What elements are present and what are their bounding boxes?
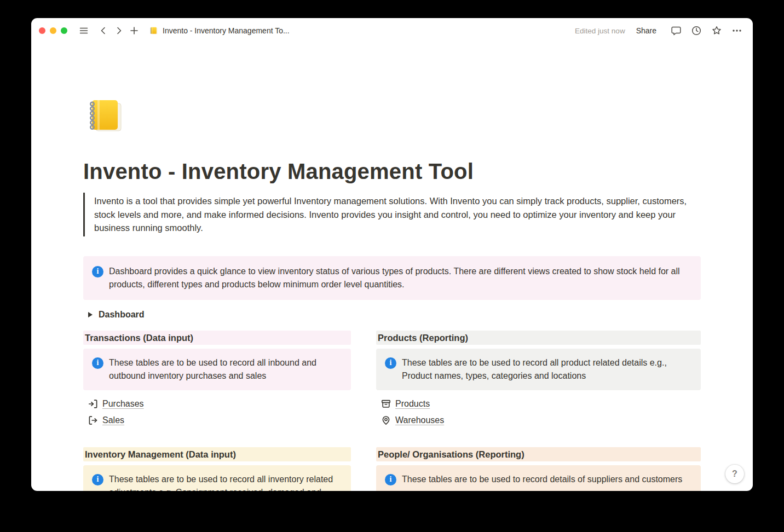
comments-icon[interactable] bbox=[669, 24, 683, 38]
heading-people-organisations: People/ Organisations (Reporting) bbox=[376, 447, 701, 461]
back-icon[interactable] bbox=[96, 24, 111, 38]
inventory-management-callout: i These tables are to be used to record … bbox=[83, 465, 351, 491]
people-organisations-callout: i These tables are to be used to record … bbox=[376, 465, 701, 491]
new-tab-icon[interactable] bbox=[127, 24, 141, 38]
page-link-sales[interactable]: Sales bbox=[83, 412, 351, 429]
info-icon: i bbox=[385, 357, 396, 369]
info-icon: i bbox=[92, 474, 103, 485]
dashboard-toggle[interactable]: Dashboard bbox=[83, 308, 701, 322]
page-link-label: Products bbox=[395, 399, 430, 409]
desktop-background: Invento - Inventory Management To... Edi… bbox=[0, 0, 784, 532]
products-callout: i These tables are to be used to record … bbox=[376, 349, 701, 390]
info-icon: i bbox=[385, 474, 396, 485]
info-icon: i bbox=[92, 266, 103, 277]
minimize-window-button[interactable] bbox=[50, 27, 56, 34]
dashboard-callout: i Dashboard provides a quick glance to v… bbox=[83, 256, 701, 300]
page-body: Invento - Inventory Management Tool Inve… bbox=[83, 43, 701, 491]
close-window-button[interactable] bbox=[39, 27, 45, 34]
archive-box-icon bbox=[381, 398, 391, 409]
transactions-links: Purchases Sales bbox=[83, 396, 351, 429]
intro-quote-block: Invento is a tool that provides simple y… bbox=[83, 193, 701, 236]
heading-products: Products (Reporting) bbox=[376, 331, 701, 345]
intro-quote-text: Invento is a tool that provides simple y… bbox=[94, 196, 687, 233]
transactions-callout: i These tables are to be used to record … bbox=[83, 349, 351, 390]
heading-inventory-management: Inventory Management (Data input) bbox=[83, 447, 351, 461]
forward-icon[interactable] bbox=[112, 24, 126, 38]
info-icon: i bbox=[92, 357, 103, 369]
export-arrow-icon bbox=[88, 415, 99, 426]
history-clock-icon[interactable] bbox=[689, 24, 704, 38]
page-link-label: Sales bbox=[102, 415, 124, 425]
products-callout-text: These tables are to be used to record al… bbox=[402, 356, 692, 383]
column-right: Products (Reporting) i These tables are … bbox=[376, 331, 701, 491]
ledger-notebook-icon bbox=[149, 26, 158, 35]
page-scroll-area[interactable]: Invento - Inventory Management Tool Inve… bbox=[31, 43, 753, 491]
share-button[interactable]: Share bbox=[636, 26, 656, 35]
page-title: Invento - Inventory Management Tool bbox=[83, 158, 701, 184]
sidebar-menu-icon[interactable] bbox=[77, 24, 91, 38]
edited-status: Edited just now bbox=[575, 27, 625, 35]
page-link-warehouses[interactable]: Warehouses bbox=[376, 412, 701, 429]
titlebar: Invento - Inventory Management To... Edi… bbox=[31, 18, 753, 43]
help-button[interactable]: ? bbox=[725, 465, 744, 483]
products-links: Products Warehouses bbox=[376, 396, 701, 429]
favorite-star-icon[interactable] bbox=[710, 24, 724, 38]
inventory-management-callout-text: These tables are to be used to record al… bbox=[109, 473, 342, 491]
more-options-icon[interactable] bbox=[730, 24, 744, 38]
dashboard-toggle-label: Dashboard bbox=[99, 310, 145, 320]
traffic-lights bbox=[39, 27, 67, 34]
page-link-label: Warehouses bbox=[395, 415, 444, 425]
heading-transactions: Transactions (Data input) bbox=[83, 331, 351, 345]
breadcrumb-title[interactable]: Invento - Inventory Management To... bbox=[163, 26, 290, 35]
transactions-callout-text: These tables are to be used to record al… bbox=[109, 356, 342, 383]
dashboard-callout-text: Dashboard provides a quick glance to vie… bbox=[109, 265, 692, 291]
people-organisations-callout-text: These tables are to be used to record de… bbox=[402, 473, 682, 486]
page-emoji-ledger-icon[interactable] bbox=[83, 96, 126, 135]
column-left: Transactions (Data input) i These tables… bbox=[83, 331, 351, 491]
location-pin-icon bbox=[381, 415, 391, 426]
app-window: Invento - Inventory Management To... Edi… bbox=[31, 18, 753, 491]
zoom-window-button[interactable] bbox=[61, 27, 67, 34]
page-link-purchases[interactable]: Purchases bbox=[83, 396, 351, 412]
page-link-label: Purchases bbox=[102, 399, 144, 409]
toggle-arrow-icon[interactable] bbox=[88, 312, 93, 317]
page-link-products[interactable]: Products bbox=[376, 396, 701, 412]
import-arrow-icon bbox=[88, 398, 99, 409]
two-column-layout: Transactions (Data input) i These tables… bbox=[83, 331, 701, 491]
